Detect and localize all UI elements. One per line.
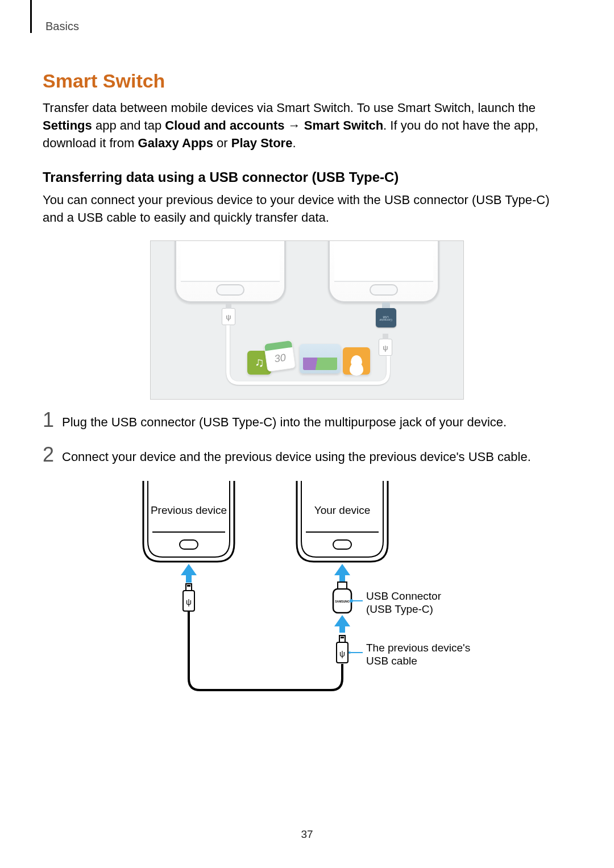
diagram-usb-connector: SAMSUNG (333, 582, 363, 613)
svg-rect-21 (341, 637, 344, 638)
intro-bold-playstore: Play Store (231, 136, 293, 150)
diagram-usb-plug-left: ψ (183, 584, 194, 611)
page: Basics Smart Switch Transfer data betwee… (0, 0, 614, 868)
svg-rect-18 (339, 626, 345, 633)
svg-text:SAMSUNG: SAMSUNG (335, 600, 350, 603)
step-text: Plug the USB connector (USB Type-C) into… (62, 413, 571, 431)
steps-list: 1 Plug the USB connector (USB Type-C) in… (43, 411, 571, 466)
contact-icon (343, 347, 370, 375)
step-number: 1 (43, 410, 62, 430)
intro-bold-smartswitch: Smart Switch (304, 118, 383, 132)
adapter-label: Connector USB (379, 315, 392, 321)
intro-text: . (292, 136, 296, 150)
svg-marker-8 (181, 564, 197, 575)
svg-point-13 (350, 599, 353, 603)
svg-rect-20 (339, 636, 345, 642)
header-marker (30, 0, 32, 33)
illustration-media-icons (247, 339, 384, 379)
diagram-svg: Previous device Your device ψ (125, 481, 489, 703)
svg-rect-11 (338, 582, 347, 589)
diagram-cable (189, 612, 342, 690)
intro-paragraph: Transfer data between mobile devices via… (43, 99, 571, 152)
usb-connector-adapter-icon: Connector USB (376, 308, 396, 327)
subsection-title: Transferring data using a USB connector … (43, 169, 571, 185)
svg-rect-5 (186, 584, 192, 591)
intro-text: Transfer data between mobile devices via… (43, 101, 536, 115)
diagram-usb-plug-right: ψ (337, 636, 363, 663)
page-title: Smart Switch (43, 70, 571, 92)
calendar-icon (264, 340, 296, 372)
figure-usb-transfer-illustration: ψ Connector USB ψ (150, 240, 464, 400)
arrow-up-icon (334, 564, 350, 582)
breadcrumb: Basics (45, 20, 571, 33)
subsection-intro: You can connect your previous device to … (43, 191, 571, 226)
intro-arrow: → (285, 118, 304, 132)
diagram-label-previous: Previous device (151, 504, 227, 516)
arrow-up-icon (334, 615, 350, 633)
intro-text: or (213, 136, 231, 150)
svg-text:ψ: ψ (339, 649, 345, 658)
step-item: 1 Plug the USB connector (USB Type-C) in… (43, 411, 571, 431)
step-number: 2 (43, 445, 62, 465)
arrow-up-icon (181, 564, 197, 583)
svg-point-23 (349, 651, 351, 654)
page-number: 37 (0, 828, 614, 841)
svg-rect-6 (187, 585, 190, 587)
diagram-your-device: Your device (297, 481, 388, 562)
intro-bold-cloud: Cloud and accounts (165, 118, 284, 132)
svg-marker-17 (334, 615, 350, 626)
intro-bold-settings: Settings (43, 118, 92, 132)
diagram-previous-device: Previous device (143, 481, 234, 562)
diagram-label-your: Your device (314, 504, 371, 516)
step-text: Connect your device and the previous dev… (62, 448, 571, 466)
intro-bold-galaxyapps: Galaxy Apps (138, 136, 213, 150)
step-item: 2 Connect your device and the previous d… (43, 446, 571, 466)
svg-text:ψ: ψ (186, 597, 192, 607)
photo-icon (300, 344, 341, 373)
figure-connection-diagram: Previous device Your device ψ (125, 481, 489, 703)
usb-trident-icon: ψ (222, 309, 235, 325)
usb-plug-icon: ψ (222, 308, 235, 325)
intro-text: app and tap (92, 118, 165, 132)
svg-rect-16 (339, 575, 345, 582)
diagram-label-cable-l2: USB cable (366, 655, 417, 667)
svg-marker-15 (334, 564, 350, 575)
svg-rect-9 (186, 575, 192, 583)
diagram-label-connector-l2: (USB Type-C) (366, 603, 433, 615)
diagram-label-cable-l1: The previous device's (366, 642, 470, 654)
diagram-label-connector-l1: USB Connector (366, 590, 442, 602)
